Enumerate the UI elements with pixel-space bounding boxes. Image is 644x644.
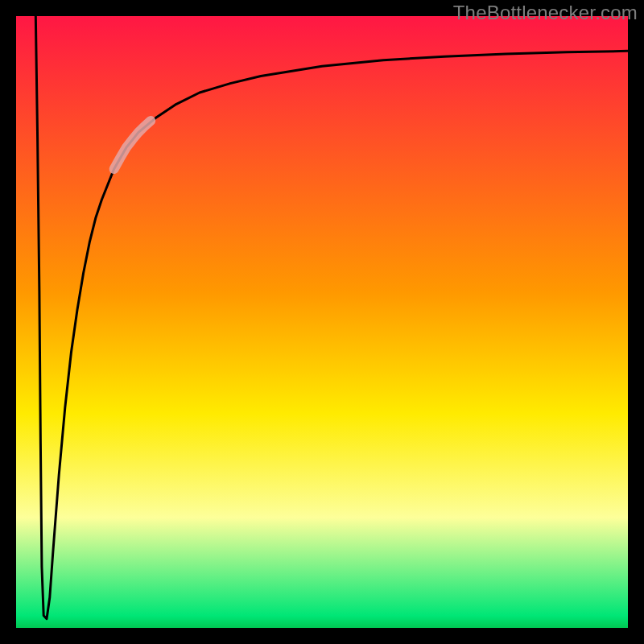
plot-background <box>16 16 628 628</box>
bottleneck-chart <box>0 0 644 644</box>
chart-container: TheBottlenecker.com <box>0 0 644 644</box>
svg-rect-1 <box>0 628 644 644</box>
svg-rect-2 <box>0 0 16 644</box>
watermark-text: TheBottlenecker.com <box>453 2 638 24</box>
svg-rect-3 <box>628 0 644 644</box>
